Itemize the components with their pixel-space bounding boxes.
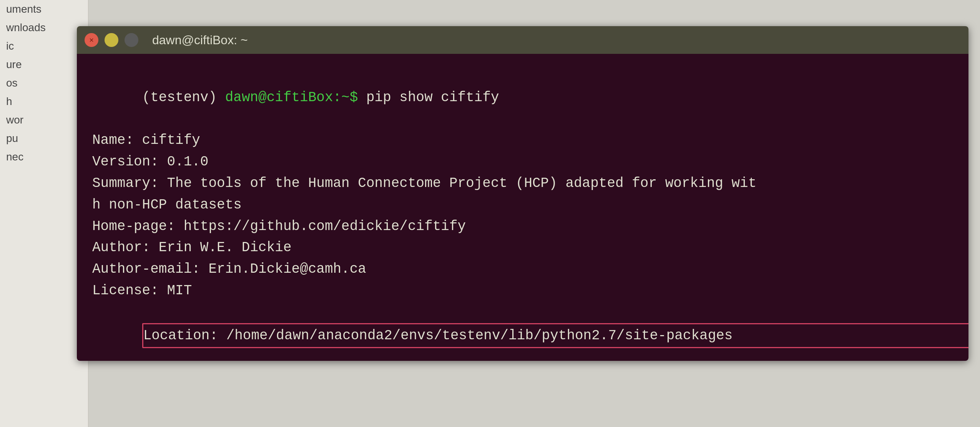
terminal-body[interactable]: (testenv) dawn@ciftiBox:~$ pip show cift… bbox=[77, 54, 968, 361]
terminal-window: × dawn@ciftiBox: ~ (testenv) dawn@ciftiB… bbox=[77, 26, 968, 361]
maximize-button[interactable] bbox=[125, 33, 138, 47]
testenv-prefix: (testenv) bbox=[142, 90, 225, 105]
output-name: Name: ciftify bbox=[92, 130, 953, 151]
prompt-1: dawn@ciftiBox:~$ bbox=[225, 90, 366, 105]
sidebar-item-2: wnloads bbox=[0, 18, 88, 37]
sidebar-item-7: wor bbox=[0, 111, 88, 129]
sidebar-item-4: ure bbox=[0, 55, 88, 74]
output-author: Author: Erin W.E. Dickie bbox=[92, 237, 953, 259]
sidebar-item-1: uments bbox=[0, 0, 88, 18]
command: pip show ciftify bbox=[366, 90, 499, 105]
output-summary-1: Summary: The tools of the Human Connecto… bbox=[92, 173, 953, 194]
output-summary-2: h non-HCP datasets bbox=[92, 194, 953, 216]
command-line: (testenv) dawn@ciftiBox:~$ pip show cift… bbox=[92, 65, 953, 130]
output-license: License: MIT bbox=[92, 280, 953, 302]
sidebar-item-8: pu bbox=[0, 129, 88, 148]
window-title: dawn@ciftiBox: ~ bbox=[152, 33, 248, 47]
minimize-button[interactable] bbox=[105, 33, 118, 47]
sidebar-item-9: nec bbox=[0, 148, 88, 166]
sidebar: uments wnloads ic ure os h wor pu nec bbox=[0, 0, 88, 427]
output-location: Location: /home/dawn/anaconda2/envs/test… bbox=[92, 302, 953, 361]
close-icon: × bbox=[89, 36, 94, 45]
output-homepage: Home-page: https://github.com/edickie/ci… bbox=[92, 216, 953, 237]
output-version: Version: 0.1.0 bbox=[92, 151, 953, 173]
sidebar-item-3: ic bbox=[0, 37, 88, 55]
output-author-email: Author-email: Erin.Dickie@camh.ca bbox=[92, 259, 953, 280]
sidebar-item-5: os bbox=[0, 74, 88, 92]
title-bar: × dawn@ciftiBox: ~ bbox=[77, 26, 968, 54]
sidebar-item-6: h bbox=[0, 92, 88, 111]
close-button[interactable]: × bbox=[85, 33, 98, 47]
location-highlight: Location: /home/dawn/anaconda2/envs/test… bbox=[142, 323, 968, 349]
